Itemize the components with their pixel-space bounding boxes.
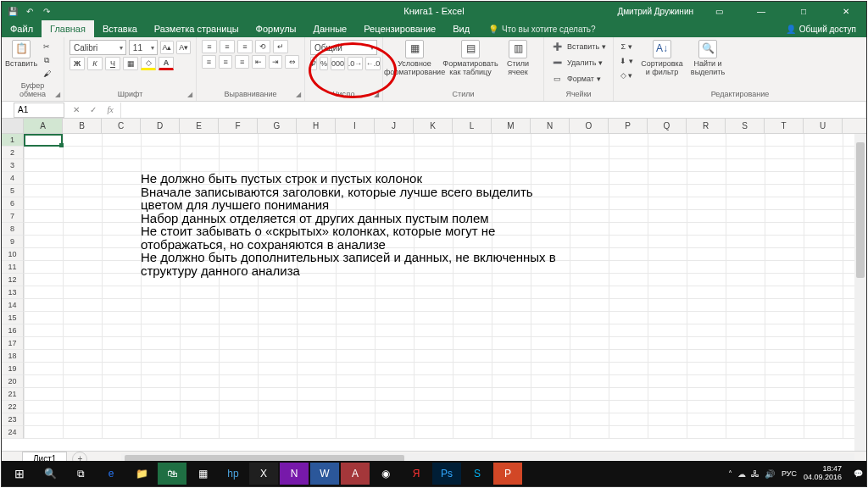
column-header[interactable]: H [297,119,336,133]
column-header[interactable]: B [63,119,102,133]
select-all-corner[interactable] [2,119,24,133]
column-header[interactable]: C [102,119,141,133]
row-header[interactable]: 2 [2,147,24,159]
row-header[interactable]: 17 [2,337,24,350]
enter-formula-icon[interactable]: ✓ [85,105,102,114]
spreadsheet-grid[interactable]: ABCDEFGHIJKLMNOPQRSTU 123456789101112131… [2,119,866,451]
insert-cells-label[interactable]: Вставить [567,42,599,51]
sort-filter-button[interactable]: A↓Сортировка и фильтр [641,40,683,77]
column-header[interactable]: I [336,119,375,133]
tab-formulas[interactable]: Формулы [248,20,305,37]
maximize-button[interactable]: □ [787,2,821,20]
column-header[interactable]: U [804,119,843,133]
column-header[interactable]: M [492,119,531,133]
row-header[interactable]: 22 [2,401,24,413]
clear-icon[interactable]: ◇ ▾ [619,69,634,82]
explorer-icon[interactable]: 📁 [127,463,156,485]
column-header[interactable]: S [726,119,765,133]
yandex-icon[interactable]: Я [402,463,431,485]
increase-decimal-icon[interactable]: .0→ [348,57,363,70]
row-header[interactable]: 9 [2,236,24,248]
row-header[interactable]: 12 [2,274,24,286]
orientation-icon[interactable]: ⟲ [255,40,270,53]
column-header[interactable]: N [531,119,570,133]
language-indicator[interactable]: РУС [782,469,797,478]
row-header[interactable]: 4 [2,172,24,185]
column-header[interactable]: G [258,119,297,133]
onenote-icon[interactable]: N [280,463,309,485]
row-header[interactable]: 24 [2,426,24,439]
row-header[interactable]: 21 [2,388,24,401]
column-header[interactable]: F [219,119,258,133]
percent-format-icon[interactable]: % [320,57,328,70]
tab-home[interactable]: Главная [42,20,94,37]
decrease-font-icon[interactable]: A▾ [176,41,191,54]
row-header[interactable]: 1 [2,134,24,147]
fill-icon[interactable]: ⬇ ▾ [619,54,634,68]
powerpoint-icon[interactable]: P [493,463,522,485]
font-color-button[interactable]: A [159,57,174,70]
tell-me[interactable]: 💡 Что вы хотите сделать? [478,20,596,37]
formula-input[interactable] [120,103,866,118]
accounting-format-icon[interactable]: ₽ [310,57,317,70]
row-header[interactable]: 8 [2,223,24,236]
edge-icon[interactable]: e [97,463,125,485]
volume-icon[interactable]: 🔊 [765,469,775,479]
undo-icon[interactable]: ↶ [24,5,36,17]
format-as-table-button[interactable]: ▤Форматировать как таблицу [444,40,497,77]
increase-indent-icon[interactable]: ⇥ [269,55,283,69]
column-header[interactable]: D [141,119,180,133]
tab-insert[interactable]: Вставка [94,20,146,37]
decrease-indent-icon[interactable]: ⇤ [252,55,266,69]
skype-icon[interactable]: S [463,463,492,485]
store-icon[interactable]: 🛍 [158,463,186,485]
row-header[interactable]: 3 [2,159,24,172]
redo-icon[interactable]: ↷ [41,5,53,17]
minimize-button[interactable]: — [744,2,778,20]
tray-up-icon[interactable]: ˄ [728,469,732,479]
hp-icon[interactable]: hp [219,463,248,485]
align-left-icon[interactable]: ≡ [202,55,216,69]
column-header[interactable]: T [765,119,804,133]
tab-file[interactable]: Файл [2,20,42,37]
row-header[interactable]: 18 [2,350,24,363]
bold-button[interactable]: Ж [70,57,85,70]
taskbar-clock[interactable]: 18:47 04.09.2016 [804,465,847,482]
align-center-icon[interactable]: ≡ [219,55,233,69]
share-button[interactable]: 👤 Общий доступ [776,20,866,37]
start-button[interactable]: ⊞ [5,463,34,485]
column-header[interactable]: O [570,119,609,133]
action-center-icon[interactable]: 💬 [854,469,863,478]
column-header[interactable]: L [453,119,492,133]
tab-page-layout[interactable]: Разметка страницы [146,20,248,37]
format-cells-icon[interactable]: ▭ [549,72,565,86]
photoshop-icon[interactable]: Ps [432,463,461,485]
row-header[interactable]: 6 [2,197,24,210]
find-select-button[interactable]: 🔍Найти и выделить [687,40,729,77]
copy-icon[interactable]: ⧉ [39,53,54,67]
insert-cells-icon[interactable]: ➕ [549,40,565,53]
align-middle-icon[interactable]: ≡ [220,40,235,53]
task-view-icon[interactable]: ⧉ [66,463,95,485]
align-right-icon[interactable]: ≡ [235,55,249,69]
format-painter-icon[interactable]: 🖌 [39,67,54,80]
column-header[interactable]: P [609,119,648,133]
format-cells-label[interactable]: Формат [567,75,594,83]
tab-data[interactable]: Данные [304,20,355,37]
font-size-dropdown[interactable]: 11 [129,40,158,55]
underline-button[interactable]: Ч [105,57,120,70]
font-name-dropdown[interactable]: Calibri [70,40,126,55]
name-box[interactable]: A1 [14,103,64,118]
vertical-scrollbar[interactable] [854,134,866,451]
network-icon[interactable]: 🖧 [751,469,760,479]
ribbon-display-icon[interactable]: ▭ [702,2,736,20]
merge-icon[interactable]: ⇔ [285,55,299,69]
column-header[interactable]: R [687,119,726,133]
delete-cells-icon[interactable]: ➖ [549,56,565,69]
column-header[interactable]: K [414,119,453,133]
column-header[interactable]: A [24,119,63,133]
row-header[interactable]: 11 [2,261,24,274]
fx-icon[interactable]: fx [102,105,119,114]
tab-review[interactable]: Рецензирование [355,20,444,37]
search-icon[interactable]: 🔍 [36,463,64,485]
